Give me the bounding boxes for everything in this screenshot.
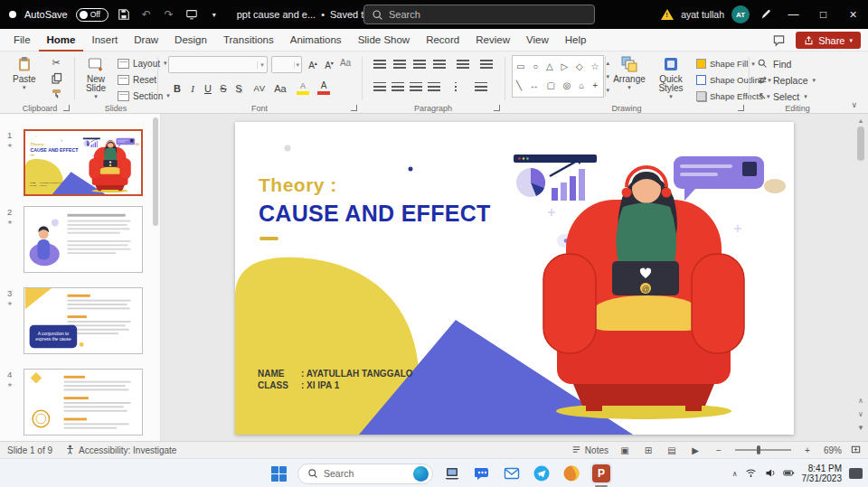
mail-icon[interactable]: [501, 463, 523, 484]
powerpoint-taskbar-icon[interactable]: P: [590, 463, 612, 484]
tab-home[interactable]: Home: [39, 29, 84, 52]
battery-icon[interactable]: [783, 467, 795, 481]
format-painter-button[interactable]: [47, 86, 65, 100]
collapse-ribbon-button[interactable]: ∨: [851, 100, 857, 109]
canvas-scrollbar[interactable]: ▲ ∧ ∨ ▼: [855, 117, 866, 435]
autosave-toggle[interactable]: Off: [76, 8, 108, 22]
font-size-combo[interactable]: ▾: [271, 56, 302, 73]
tab-insert[interactable]: Insert: [83, 29, 126, 52]
scroll-up-button[interactable]: ▲: [858, 117, 864, 124]
teams-chat-icon[interactable]: [471, 463, 493, 484]
line-spacing-button[interactable]: [477, 56, 495, 72]
volume-icon[interactable]: [764, 467, 776, 481]
tab-record[interactable]: Record: [418, 29, 467, 52]
slide-4-thumbnail[interactable]: [24, 369, 143, 435]
align-right-button[interactable]: [407, 79, 425, 95]
comments-button[interactable]: [769, 32, 788, 50]
tab-view[interactable]: View: [518, 29, 557, 52]
align-center-button[interactable]: [389, 79, 407, 95]
justify-button[interactable]: [425, 79, 443, 95]
touch-mode-button[interactable]: [184, 7, 199, 22]
increase-font-button[interactable]: A▴: [306, 55, 320, 71]
font-dialog-launcher[interactable]: [351, 105, 357, 111]
clock[interactable]: 8:41 PM 7/31/2023: [802, 464, 843, 484]
start-button[interactable]: [268, 463, 289, 484]
browser-icon[interactable]: [561, 463, 582, 484]
shape-fill-button[interactable]: Shape Fill ▾: [696, 57, 755, 70]
slide-1-thumbnail[interactable]: @ Theory : CAUSE AND EFFECT NAME: AYATUL…: [24, 129, 143, 196]
warning-icon[interactable]: !: [661, 9, 674, 20]
author-block[interactable]: NAME: AYATULLAH TANGGALO CLASS: XI IPA 1: [30, 182, 62, 186]
tab-slide-show[interactable]: Slide Show: [350, 29, 419, 52]
zoom-out-button[interactable]: −: [712, 445, 726, 455]
inking-button[interactable]: [759, 7, 773, 22]
accessibility-status[interactable]: Accessibility: Investigate: [65, 445, 176, 456]
shapes-scroll-down[interactable]: ▾: [606, 73, 609, 80]
align-left-button[interactable]: [371, 79, 389, 95]
text-shadow-button[interactable]: S: [231, 80, 246, 97]
slide-2-thumbnail[interactable]: [24, 206, 143, 273]
strikethrough-button[interactable]: S: [216, 80, 231, 97]
arrange-button[interactable]: Arrange ▾: [611, 54, 647, 90]
paste-button[interactable]: Paste ▾: [13, 54, 36, 90]
previous-slide-button[interactable]: ∧: [858, 397, 863, 405]
font-name-combo[interactable]: ▾: [168, 56, 268, 73]
zoom-slider[interactable]: [735, 449, 791, 451]
clear-formatting-button[interactable]: Aa: [338, 55, 353, 71]
cut-button[interactable]: ✂: [47, 55, 65, 70]
tab-design[interactable]: Design: [166, 29, 215, 52]
character-spacing-button[interactable]: AV: [250, 80, 269, 97]
taskbar-search-input[interactable]: [324, 468, 401, 479]
bold-button[interactable]: B: [170, 80, 184, 97]
highlight-color-button[interactable]: A: [295, 80, 311, 97]
notes-button[interactable]: Notes: [571, 445, 609, 456]
normal-view-button[interactable]: ▣: [618, 445, 632, 455]
scrollbar-thumb[interactable]: [857, 126, 864, 161]
find-button[interactable]: Find: [756, 57, 791, 70]
decrease-indent-button[interactable]: [410, 56, 429, 72]
clipboard-dialog-launcher[interactable]: [63, 105, 70, 111]
tab-animations[interactable]: Animations: [282, 29, 350, 52]
tab-draw[interactable]: Draw: [126, 29, 166, 52]
wifi-icon[interactable]: [745, 467, 757, 481]
replace-button[interactable]: ⇄ Replace ▾: [756, 73, 816, 87]
paragraph-dialog-launcher[interactable]: [494, 105, 500, 111]
font-name-input[interactable]: [169, 60, 257, 70]
save-button[interactable]: [117, 7, 131, 22]
shapes-gallery[interactable]: ▭ ○ △ ▷ ◇ ☆ ╲ ↔ ▢ ◎ ⌂ + ▴ ▾ ▾: [512, 55, 604, 98]
quick-styles-button[interactable]: Quick Styles ▾: [651, 54, 691, 99]
zoom-in-button[interactable]: +: [800, 445, 815, 455]
shapes-row-2[interactable]: ╲ ↔ ▢ ◎ ⌂ +: [516, 80, 601, 91]
slide-indicator[interactable]: Slide 1 of 9: [7, 445, 52, 455]
copy-button[interactable]: [47, 70, 65, 85]
columns-button[interactable]: [448, 79, 467, 95]
hidden-icons-chevron[interactable]: ∧: [732, 470, 738, 478]
qat-customize-button[interactable]: ▾: [207, 7, 222, 22]
share-button[interactable]: Share ▾: [796, 32, 861, 49]
tab-help[interactable]: Help: [557, 29, 595, 52]
author-block[interactable]: NAME: AYATULLAH TANGGALO CLASS: XI IPA 1: [258, 368, 413, 391]
shapes-scroll-up[interactable]: ▴: [606, 60, 609, 67]
select-button[interactable]: ↖ Select ▾: [756, 89, 807, 103]
thumbnail-scrollbar[interactable]: [153, 117, 158, 226]
change-case-button[interactable]: Aa: [271, 80, 289, 97]
underline-button[interactable]: U: [201, 80, 215, 97]
shapes-row-1[interactable]: ▭ ○ △ ▷ ◇ ☆: [516, 61, 601, 72]
redo-button[interactable]: ↷: [162, 7, 176, 22]
close-button[interactable]: ×: [838, 0, 868, 29]
shapes-more-button[interactable]: ▾: [606, 87, 609, 94]
minimize-button[interactable]: —: [778, 0, 808, 29]
reading-view-button[interactable]: ▤: [665, 445, 679, 455]
slide-title[interactable]: CAUSE AND EFFECT: [30, 147, 78, 153]
slide-canvas[interactable]: @ Theory : CAUSE AND EFFECT NAME: AYATUL…: [25, 131, 141, 194]
slide-canvas[interactable]: @ Theory : CAUSE AND EFFECT NAME: AYATUL…: [235, 122, 794, 435]
tab-file[interactable]: File: [5, 29, 39, 52]
slide-title[interactable]: CAUSE AND EFFECT: [259, 201, 491, 227]
slide-sorter-view-button[interactable]: ⊞: [641, 445, 656, 455]
telegram-icon[interactable]: [531, 463, 552, 484]
fit-to-window-button[interactable]: [851, 445, 861, 456]
undo-button[interactable]: ↶: [139, 7, 154, 22]
zoom-slider-knob[interactable]: [757, 445, 760, 454]
slideshow-button[interactable]: ▶: [688, 445, 703, 455]
file-explorer-icon[interactable]: [441, 463, 463, 484]
